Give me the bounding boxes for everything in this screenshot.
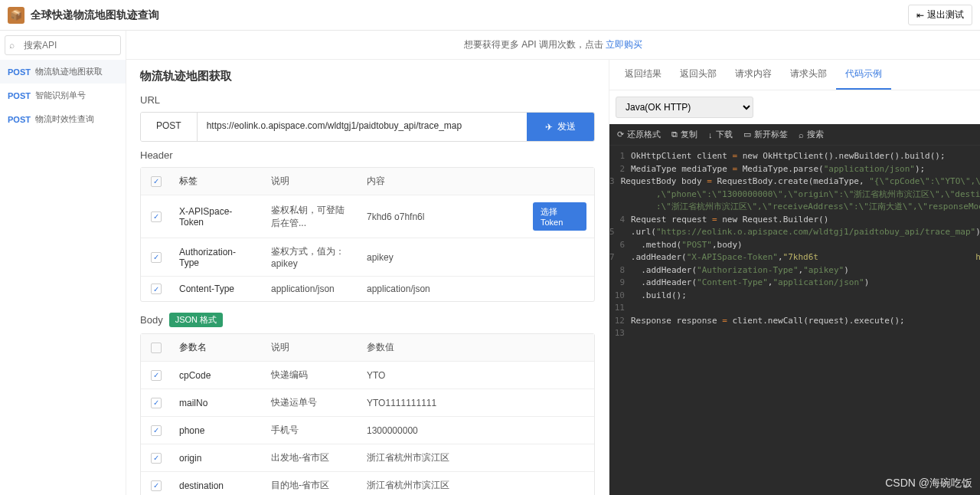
body-row-4: destination 目的地-省市区 浙江省杭州市滨江区 xyxy=(141,472,594,495)
search-code-icon: ⌕ xyxy=(799,130,804,139)
new-tab-button[interactable]: ▭新开标签 xyxy=(743,129,788,140)
code-line: 10 .build(); xyxy=(609,290,980,303)
header-table-head: 标签 说明 内容 xyxy=(141,168,594,195)
search-api-input[interactable] xyxy=(5,35,121,55)
param-name: destination xyxy=(172,472,263,495)
exit-icon: ⇤ xyxy=(916,10,924,21)
sidebar-item-0[interactable]: POST物流轨迹地图获取 xyxy=(0,60,126,84)
code-line: 11 xyxy=(609,302,980,315)
download-button[interactable]: ↓下载 xyxy=(708,129,733,140)
body-row-1: mailNo 快递运单号 YTO1111111111 xyxy=(141,389,594,417)
api-name-label: 智能识别单号 xyxy=(35,90,86,101)
header-checkbox[interactable] xyxy=(151,284,162,294)
buy-now-link[interactable]: 立即购买 xyxy=(606,39,642,50)
json-format-badge: JSON 格式 xyxy=(169,313,223,327)
promo-bar: 想要获得更多 API 调用次数，点击 立即购买 xyxy=(126,31,980,60)
param-value[interactable]: YTO xyxy=(359,362,594,388)
header-checkbox[interactable] xyxy=(151,211,162,222)
body-row-3: origin 出发地-省市区 浙江省杭州市滨江区 xyxy=(141,444,594,472)
api-name-label: 物流轨迹地图获取 xyxy=(35,66,103,77)
response-tab-4[interactable]: 代码示例 xyxy=(836,60,891,90)
header-checkbox[interactable] xyxy=(151,252,162,263)
code-line: 2MediaType mediaType = MediaType.parse("… xyxy=(609,163,980,176)
app-title: 全球快递物流地图轨迹查询 xyxy=(31,8,159,22)
code-toolbar: ⟳还原格式 ⧉复制 ↓下载 ▭新开标签 ⌕搜索 xyxy=(609,124,980,146)
param-desc: 出发地-省市区 xyxy=(263,444,359,471)
header-value[interactable]: 7khd6 o7hfn6l xyxy=(359,195,525,238)
url-label: URL xyxy=(140,94,595,106)
param-name: phone xyxy=(172,417,263,444)
promo-text: 想要获得更多 API 调用次数，点击 xyxy=(464,39,606,50)
header-row-1: Authorization-Type 鉴权方式，值为：apikey apikey xyxy=(141,238,594,277)
method-badge: POST xyxy=(8,91,31,100)
body-row-2: phone 手机号 1300000000 xyxy=(141,417,594,444)
code-line: 9 .addHeader("Content-Type","application… xyxy=(609,277,980,290)
header-row-2: Content-Type application/json applicatio… xyxy=(141,277,594,301)
check-all-body[interactable] xyxy=(151,343,162,353)
param-value[interactable]: YTO1111111111 xyxy=(359,389,594,416)
header-section-title: Header xyxy=(140,149,595,161)
param-value[interactable]: 浙江省杭州市滨江区 xyxy=(359,472,594,495)
code-line: 12Response response = client.newCall(req… xyxy=(609,315,980,328)
app-logo-icon: 📦 xyxy=(8,7,24,24)
param-desc: 目的地-省市区 xyxy=(263,472,359,495)
code-line: 1OkHttpClient client = new OkHttpClient(… xyxy=(609,150,980,163)
param-name: origin xyxy=(172,444,263,471)
code-sample[interactable]: 1OkHttpClient client = new OkHttpClient(… xyxy=(609,146,980,495)
check-all-headers[interactable] xyxy=(151,176,162,187)
header-desc: 鉴权私钥，可登陆后在管... xyxy=(263,195,359,238)
sidebar: ⌕ POST物流轨迹地图获取POST智能识别单号POST物流时效性查询 xyxy=(0,31,126,495)
response-pane: 返回结果返回头部请求内容请求头部代码示例 Java(OK HTTP) ⟳还原格式… xyxy=(609,60,980,495)
body-row-0: cpCode 快递编码 YTO xyxy=(141,362,594,389)
response-tab-1[interactable]: 返回头部 xyxy=(671,60,726,90)
param-name: mailNo xyxy=(172,389,263,416)
col-val: 内容 xyxy=(359,168,525,195)
select-token-button[interactable]: 选择 Token xyxy=(533,202,586,231)
url-row: POST https://eolink.o.apispace.com/wldtg… xyxy=(140,112,595,142)
body-checkbox[interactable] xyxy=(151,398,162,408)
language-select[interactable]: Java(OK HTTP) xyxy=(616,97,753,118)
body-checkbox[interactable] xyxy=(151,370,162,381)
col-pval: 参数值 xyxy=(359,334,594,361)
code-line: :\"浙江省杭州市滨江区\",\"receiveAddress\":\"江南大道… xyxy=(609,201,980,214)
param-value[interactable]: 浙江省杭州市滨江区 xyxy=(359,444,594,471)
send-label: 发送 xyxy=(557,120,576,133)
response-tab-2[interactable]: 请求内容 xyxy=(726,60,781,90)
code-line: 13 xyxy=(609,327,980,340)
copy-icon: ⧉ xyxy=(671,129,678,139)
header-label: Authorization-Type xyxy=(172,238,263,276)
col-label: 标签 xyxy=(172,168,263,195)
restore-format-button[interactable]: ⟳还原格式 xyxy=(617,129,661,140)
send-button[interactable]: ✈ 发送 xyxy=(527,113,594,141)
response-tab-3[interactable]: 请求头部 xyxy=(781,60,836,90)
body-table-head: 参数名 说明 参数值 xyxy=(141,334,594,362)
copy-button[interactable]: ⧉复制 xyxy=(671,129,697,140)
url-method: POST xyxy=(141,113,198,141)
exit-label: 退出测试 xyxy=(927,8,964,21)
sidebar-item-1[interactable]: POST智能识别单号 xyxy=(0,84,126,107)
body-checkbox[interactable] xyxy=(151,453,162,464)
code-line: ,\"phone\":\"1300000000\",\"origin\":\"浙… xyxy=(609,188,980,202)
header-value[interactable]: apikey xyxy=(359,238,525,276)
restore-icon: ⟳ xyxy=(617,129,624,139)
method-badge: POST xyxy=(8,67,31,77)
body-checkbox[interactable] xyxy=(151,480,162,491)
param-desc: 快递编码 xyxy=(263,362,359,388)
response-tab-0[interactable]: 返回结果 xyxy=(616,60,671,90)
exit-test-button[interactable]: ⇤ 退出测试 xyxy=(908,5,972,25)
param-desc: 手机号 xyxy=(263,417,359,444)
param-value[interactable]: 1300000000 xyxy=(359,417,594,444)
sidebar-item-2[interactable]: POST物流时效性查询 xyxy=(0,107,126,131)
search-code-button[interactable]: ⌕搜索 xyxy=(799,129,824,140)
search-icon: ⌕ xyxy=(9,40,15,51)
newtab-icon: ▭ xyxy=(743,129,751,139)
header-value[interactable]: application/json xyxy=(359,277,525,301)
body-section-title: Body xyxy=(140,314,163,326)
code-line: 3RequestBody body = RequestBody.create(m… xyxy=(609,175,980,188)
col-param: 参数名 xyxy=(172,334,263,361)
param-desc: 快递运单号 xyxy=(263,389,359,416)
body-checkbox[interactable] xyxy=(151,425,162,436)
url-text: https://eolink.o.apispace.com/wldtgj1/pa… xyxy=(198,113,527,141)
code-line: 5 .url("https://eolink.o.apispace.com/wl… xyxy=(609,226,980,239)
code-line: 7 .addHeader("X-APISpace-Token","7khd6t … xyxy=(609,251,980,264)
